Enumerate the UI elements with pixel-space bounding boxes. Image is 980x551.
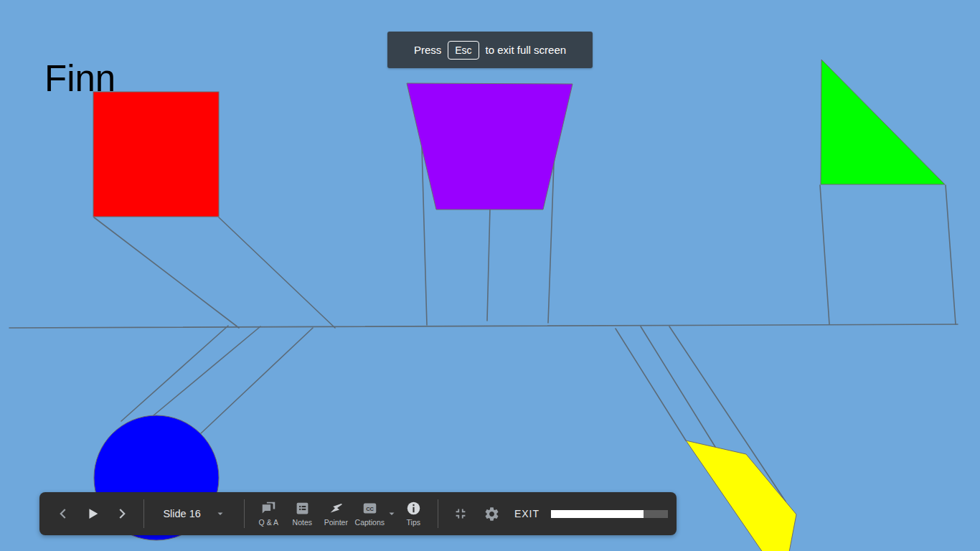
progress-fill: [551, 510, 644, 518]
slide-number-label: Slide 16: [163, 508, 200, 519]
tips-label: Tips: [407, 518, 420, 527]
fullscreen-toast: Press Esc to exit full screen: [387, 32, 593, 68]
chevron-down-icon: [215, 509, 225, 519]
connector: [616, 329, 686, 441]
captions-label: Captions: [355, 518, 385, 527]
exit-button[interactable]: EXIT: [514, 508, 540, 519]
slide-selector[interactable]: Slide 16: [151, 492, 236, 535]
play-button[interactable]: [77, 492, 107, 535]
cc-icon: CC: [362, 501, 377, 516]
chevron-left-icon: [55, 506, 71, 522]
slide-diagram: [0, 0, 980, 551]
laser-pointer-icon: [329, 501, 344, 516]
progress-bar: [551, 510, 668, 518]
notes-button[interactable]: Notes: [286, 492, 319, 535]
divider: [438, 499, 438, 528]
settings-button[interactable]: [476, 492, 507, 535]
chevron-right-icon: [114, 506, 130, 522]
exit-fullscreen-button[interactable]: [446, 492, 476, 535]
qa-label: Q & A: [259, 518, 278, 527]
connector: [820, 185, 829, 324]
divider: [143, 499, 144, 528]
notes-icon: [295, 501, 310, 516]
slide-title-text: Finn: [44, 60, 116, 97]
connector: [94, 217, 239, 328]
green-triangle-shape: [821, 60, 945, 184]
purple-trapezoid-shape: [407, 83, 573, 209]
connector: [121, 326, 228, 421]
previous-slide-button[interactable]: [48, 492, 77, 535]
slide-canvas[interactable]: Finn: [0, 0, 980, 551]
red-square-shape: [93, 92, 219, 217]
esc-key-badge: Esc: [448, 41, 479, 60]
yellow-polygon-shape: [686, 441, 796, 551]
info-icon: [406, 501, 421, 516]
spine-line: [9, 324, 958, 328]
connector: [422, 147, 427, 325]
qa-button[interactable]: Q & A: [252, 492, 286, 535]
connector: [487, 208, 490, 321]
connector: [946, 185, 956, 324]
chat-bubbles-icon: [261, 501, 276, 516]
tips-button[interactable]: Tips: [397, 492, 430, 535]
toast-text-suffix: to exit full screen: [486, 44, 567, 56]
connector: [154, 326, 260, 415]
pointer-button[interactable]: Pointer: [319, 492, 353, 535]
presenter-toolbar: Slide 16 Q & A Notes Pointer: [39, 492, 677, 535]
connector: [219, 217, 335, 328]
captions-options-chevron-down-icon[interactable]: [387, 509, 397, 519]
exit-fullscreen-icon: [453, 506, 468, 522]
connector: [201, 328, 313, 433]
svg-text:CC: CC: [366, 506, 374, 512]
captions-button[interactable]: CC Captions: [353, 492, 387, 535]
gear-icon: [484, 506, 500, 522]
notes-label: Notes: [293, 518, 312, 527]
toast-text-press: Press: [414, 44, 441, 56]
divider: [244, 499, 245, 528]
next-slide-button[interactable]: [107, 492, 136, 535]
pointer-label: Pointer: [324, 518, 348, 527]
play-icon: [85, 506, 100, 522]
